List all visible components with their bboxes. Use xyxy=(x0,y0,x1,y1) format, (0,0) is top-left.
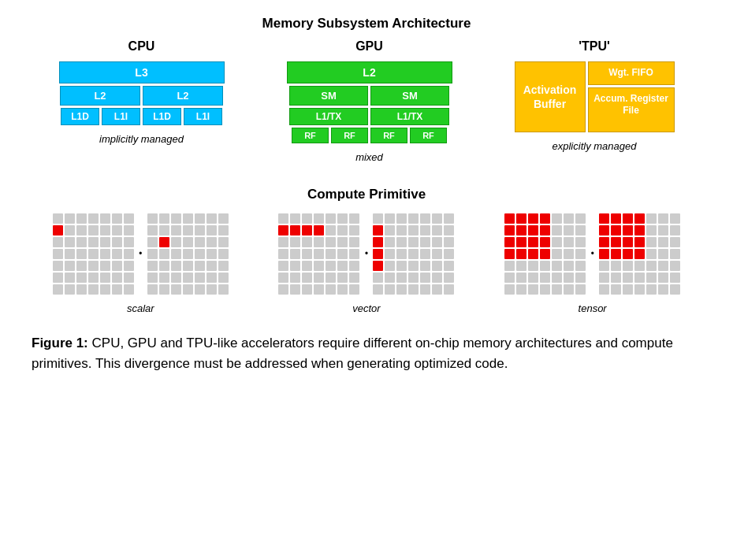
tpu-activation: Activation Buffer xyxy=(515,61,586,132)
cell xyxy=(623,249,633,259)
cell xyxy=(290,225,300,235)
cell xyxy=(159,237,169,247)
cell xyxy=(76,273,87,283)
cell xyxy=(599,225,609,235)
cell xyxy=(302,284,312,295)
cell xyxy=(65,273,75,283)
cell xyxy=(207,273,217,283)
cpu-l2-row: L2 L2 xyxy=(60,86,223,106)
cell xyxy=(290,273,300,283)
memory-section: Memory Subsystem Architecture CPU L3 L2 … xyxy=(32,16,701,163)
cell xyxy=(658,273,668,283)
cell xyxy=(100,273,110,283)
gpu-sm-right: SM xyxy=(370,86,449,106)
cell xyxy=(396,237,407,247)
cell xyxy=(540,237,550,247)
compute-section: Compute Primitive · xyxy=(32,187,701,314)
cell xyxy=(658,249,668,259)
cell xyxy=(171,213,181,224)
cell xyxy=(575,213,586,224)
cell xyxy=(337,249,348,259)
cell xyxy=(385,249,395,259)
cell xyxy=(278,273,288,283)
cell xyxy=(623,261,633,271)
cell xyxy=(646,225,657,235)
cell xyxy=(159,284,169,295)
cell xyxy=(611,225,621,235)
cell xyxy=(420,249,430,259)
cell xyxy=(623,237,633,247)
cell xyxy=(65,261,75,271)
cell xyxy=(337,284,348,295)
cell xyxy=(504,249,515,259)
cell xyxy=(278,225,288,235)
tpu-right: Wgt. FIFO Accum. Register File xyxy=(588,61,675,132)
cell xyxy=(207,225,217,235)
cell xyxy=(444,273,454,283)
cell xyxy=(314,249,324,259)
cell xyxy=(100,284,110,295)
cell xyxy=(326,249,336,259)
cell xyxy=(112,249,122,259)
cell xyxy=(218,249,229,259)
scalar-right-grid xyxy=(147,213,229,295)
cell xyxy=(302,261,312,271)
cell xyxy=(76,225,87,235)
cell xyxy=(207,213,217,224)
cell xyxy=(504,284,515,295)
cell xyxy=(326,273,336,283)
cell xyxy=(599,284,609,295)
cell xyxy=(314,225,324,235)
cell xyxy=(183,273,193,283)
cell xyxy=(634,237,645,247)
cell xyxy=(218,237,229,247)
cell xyxy=(444,249,454,259)
gpu-col-title: GPU xyxy=(355,39,383,54)
cell xyxy=(112,261,122,271)
cell xyxy=(432,261,442,271)
cell xyxy=(314,237,324,247)
cell xyxy=(218,273,229,283)
cell xyxy=(564,213,574,224)
cell xyxy=(634,249,645,259)
cell xyxy=(337,261,348,271)
cell xyxy=(53,237,63,247)
cell xyxy=(124,273,134,283)
cell xyxy=(611,261,621,271)
cell xyxy=(516,261,526,271)
cell xyxy=(408,261,419,271)
cell xyxy=(290,213,300,224)
gpu-l2: L2 xyxy=(287,61,452,83)
cell xyxy=(124,237,134,247)
cpu-l3: L3 xyxy=(59,61,225,83)
cell xyxy=(314,284,324,295)
cell xyxy=(112,273,122,283)
cell xyxy=(147,213,158,224)
memory-title: Memory Subsystem Architecture xyxy=(32,16,701,32)
cell xyxy=(611,213,621,224)
cpu-l1d-2: L1D xyxy=(143,108,181,125)
cell xyxy=(540,261,550,271)
cell xyxy=(76,249,87,259)
cell xyxy=(76,237,87,247)
cell xyxy=(528,273,538,283)
cell xyxy=(385,261,395,271)
cell xyxy=(623,284,633,295)
cell xyxy=(373,249,383,259)
cell xyxy=(432,249,442,259)
cell xyxy=(516,284,526,295)
cell xyxy=(444,213,454,224)
cell xyxy=(396,273,407,283)
cell xyxy=(670,273,680,283)
cell xyxy=(432,213,442,224)
cell xyxy=(349,213,359,224)
cell xyxy=(218,284,229,295)
cell xyxy=(611,249,621,259)
cell xyxy=(575,249,586,259)
cell xyxy=(373,213,383,224)
cell xyxy=(552,225,562,235)
cell xyxy=(408,249,419,259)
cell xyxy=(65,237,75,247)
cell xyxy=(207,261,217,271)
gpu-l1tx-left: L1/TX xyxy=(289,108,368,125)
